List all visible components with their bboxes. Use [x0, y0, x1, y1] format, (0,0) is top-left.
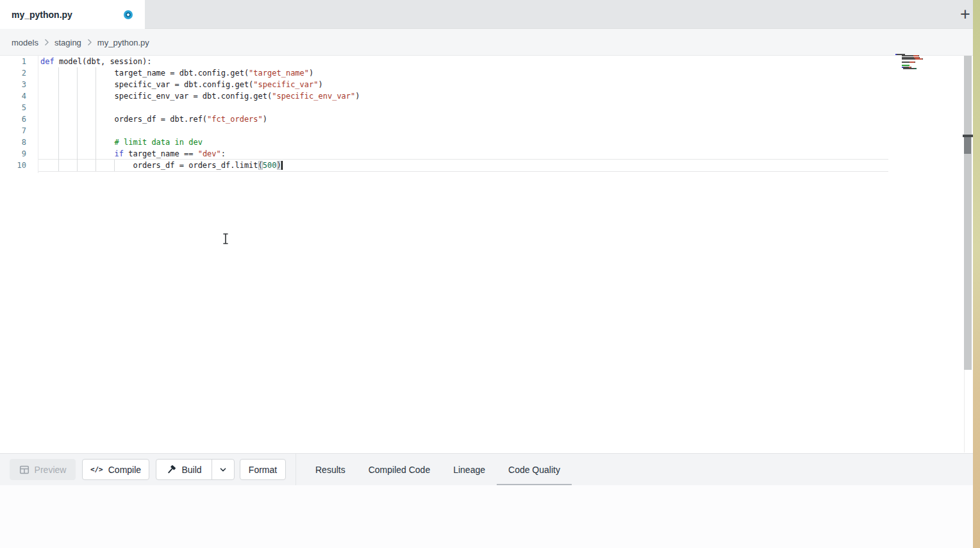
editor-scrollbar-track[interactable]	[964, 56, 972, 370]
code-line[interactable]	[40, 102, 360, 113]
code-token: if	[115, 149, 129, 158]
minimap-line	[895, 54, 934, 55]
new-tab-button[interactable]: +	[956, 4, 975, 24]
code-token: orders_df = orders_df.limit	[133, 161, 258, 170]
code-token: # limit data in dev	[115, 138, 203, 147]
indent-guide	[58, 160, 59, 171]
line-number: 5	[0, 102, 26, 113]
panel-tab-compiled-code[interactable]: Compiled Code	[357, 454, 442, 486]
line-number: 7	[0, 125, 26, 137]
indent-guide	[96, 67, 96, 79]
breadcrumb-item-models[interactable]: models	[12, 38, 38, 47]
breadcrumb-item-staging[interactable]: staging	[54, 38, 81, 47]
line-number: 8	[0, 137, 26, 148]
indent-guide	[77, 90, 78, 102]
file-tab-strip: my_python.py +	[0, 0, 973, 29]
mouse-ibeam-cursor	[222, 233, 229, 245]
panel-tab-code-quality[interactable]: Code Quality	[497, 454, 572, 486]
compile-button-label: Compile	[108, 465, 141, 475]
minimap-line	[895, 65, 934, 66]
text-cursor	[281, 161, 283, 170]
line-number: 10	[0, 160, 26, 171]
code-token: "target_name"	[249, 69, 309, 78]
minimap-line	[895, 55, 934, 56]
minimap-line	[895, 58, 934, 60]
dbt-ide-window: my_python.py + modelsstagingmy_python.py…	[0, 0, 980, 548]
minimap[interactable]	[895, 54, 934, 70]
line-number: 1	[0, 56, 26, 67]
build-dropdown-button[interactable]	[212, 460, 234, 479]
code-token: )	[263, 115, 267, 124]
indent-guide	[58, 125, 59, 137]
line-number: 9	[0, 148, 26, 160]
code-token: specific_var = dbt.config.get(	[115, 80, 254, 89]
plus-icon: +	[960, 4, 970, 24]
code-token: target_name ==	[128, 149, 197, 158]
code-line[interactable]	[40, 125, 360, 137]
code-token: (	[258, 161, 263, 170]
code-token: def	[40, 57, 59, 66]
line-number: 2	[0, 67, 26, 79]
code-token: "fct_orders"	[207, 115, 263, 124]
line-number: 3	[0, 79, 26, 90]
breadcrumb-item-my_python.py[interactable]: my_python.py	[97, 38, 149, 47]
compile-button[interactable]: </> Compile	[82, 459, 149, 480]
format-button[interactable]: Format	[240, 459, 286, 480]
code-line[interactable]: target_name = dbt.config.get("target_nam…	[40, 67, 360, 79]
code-token: 500	[263, 161, 277, 170]
code-token: orders_df = dbt.ref(	[115, 115, 208, 124]
indent-guide	[58, 137, 59, 148]
minimap-line	[895, 62, 934, 63]
indent-guide	[96, 148, 96, 160]
code-quality-panel	[0, 485, 973, 548]
indent-guide	[77, 67, 78, 79]
editor-scrollbar-thumb[interactable]	[964, 137, 971, 154]
indent-guide	[58, 113, 59, 125]
editor-right-border	[964, 370, 965, 453]
indent-guide	[58, 90, 59, 102]
panel-tab-lineage[interactable]: Lineage	[442, 454, 497, 486]
indent-guide	[58, 79, 59, 90]
indent-guide	[77, 160, 78, 171]
bottom-toolbar: Preview </> Compile Build	[0, 453, 973, 485]
code-line[interactable]: def model(dbt, session):	[40, 56, 360, 67]
code-token: "specific_env_var"	[272, 92, 355, 101]
indent-guide	[58, 102, 59, 113]
file-tab-my-python[interactable]: my_python.py	[0, 0, 145, 29]
indent-guide	[96, 160, 96, 171]
code-token: model(dbt, session):	[59, 57, 152, 66]
minimap-line	[895, 68, 934, 69]
chevron-right-icon	[87, 38, 92, 46]
code-line[interactable]: orders_df = dbt.ref("fct_orders")	[40, 113, 360, 125]
indent-guide	[77, 148, 78, 160]
code-line[interactable]: specific_env_var = dbt.config.get("speci…	[40, 90, 360, 102]
line-number-gutter: 12345678910	[0, 56, 26, 171]
build-button[interactable]: Build	[156, 460, 212, 479]
minimap-line	[895, 67, 934, 68]
indent-guide	[77, 137, 78, 148]
chevron-down-icon	[219, 465, 228, 474]
hammer-icon	[166, 465, 176, 475]
code-line[interactable]: specific_var = dbt.config.get("specific_…	[40, 79, 360, 90]
code-line[interactable]: if target_name == "dev":	[40, 148, 360, 160]
indent-guide	[96, 137, 96, 148]
preview-button[interactable]: Preview	[10, 459, 76, 480]
code-token: )	[355, 92, 360, 101]
panel-tab-results[interactable]: Results	[304, 454, 357, 486]
gutter-border	[38, 56, 38, 173]
breadcrumb: modelsstagingmy_python.py	[12, 29, 149, 56]
indent-guide	[96, 125, 96, 137]
indent-guide	[77, 102, 78, 113]
preview-button-label: Preview	[35, 465, 67, 475]
code-line[interactable]: orders_df = orders_df.limit(500)	[40, 160, 360, 171]
line-number: 4	[0, 90, 26, 102]
panel-tab-bar: ResultsCompiled CodeLineageCode Quality	[304, 454, 572, 486]
code-content[interactable]: def model(dbt, session): target_name = d…	[40, 56, 360, 171]
code-token: specific_env_var = dbt.config.get(	[115, 92, 272, 101]
line-number: 6	[0, 113, 26, 125]
code-line[interactable]: # limit data in dev	[40, 137, 360, 148]
code-editor[interactable]: 12345678910 def model(dbt, session): tar…	[0, 56, 973, 453]
minimap-line	[895, 63, 934, 65]
code-token: :	[221, 149, 226, 158]
breadcrumb-bar: modelsstagingmy_python.py Save	[0, 29, 973, 56]
